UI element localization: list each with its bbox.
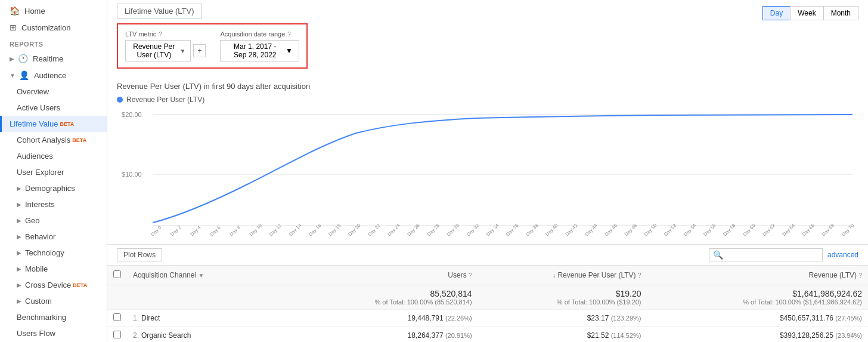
svg-text:Day 46: Day 46 — [604, 223, 619, 238]
cross-device-beta-badge: BETA — [73, 282, 87, 288]
table-row: 1.Direct 19,448,791 (22.26%) $23.17 (123… — [107, 310, 868, 327]
sidebar-item-active-users[interactable]: Active Users — [0, 100, 107, 116]
svg-text:Day 12: Day 12 — [268, 223, 283, 238]
svg-text:Day 62: Day 62 — [762, 223, 777, 238]
svg-text:Day 10: Day 10 — [249, 223, 264, 238]
svg-text:Day 26: Day 26 — [407, 223, 421, 238]
svg-text:Day 50: Day 50 — [643, 223, 658, 238]
row-2-revenue-per-user: $21.52 (114.52%) — [478, 327, 647, 343]
user-icon: 👤 — [19, 70, 29, 80]
sidebar-item-cross-device[interactable]: ▶ Cross Device BETA — [0, 277, 107, 293]
sidebar-item-behavior[interactable]: ▶ Behavior — [0, 229, 107, 245]
cohort-beta-badge: BETA — [72, 137, 86, 143]
svg-text:Day 64: Day 64 — [782, 223, 796, 238]
row-2-checkbox[interactable] — [113, 331, 121, 338]
svg-text:Day 4: Day 4 — [189, 224, 202, 237]
date-range-help-icon: ? — [287, 31, 291, 38]
sidebar-item-realtime[interactable]: ▶ 🕐 Realtime — [0, 50, 107, 67]
date-range-button[interactable]: Mar 1, 2017 - Sep 28, 2022 ▼ — [220, 40, 299, 61]
sidebar-item-audience[interactable]: ▼ 👤 Audience — [0, 67, 107, 84]
add-metric-button[interactable]: + — [193, 44, 206, 57]
home-icon: 🏠 — [10, 6, 20, 16]
search-box: 🔍 — [709, 248, 823, 261]
sidebar-item-benchmarking[interactable]: Benchmarking — [0, 309, 107, 325]
svg-text:Day 28: Day 28 — [426, 223, 441, 238]
revenue-help-icon: ? — [858, 272, 862, 279]
svg-text:Day 70: Day 70 — [841, 223, 855, 238]
sidebar-item-user-explorer[interactable]: User Explorer — [0, 164, 107, 180]
week-button[interactable]: Week — [790, 6, 823, 20]
row-2-revenue: $393,128,256.25 (23.94%) — [647, 327, 868, 343]
svg-text:Day 44: Day 44 — [584, 223, 599, 238]
advanced-link[interactable]: advanced — [827, 251, 858, 259]
svg-text:Day 48: Day 48 — [624, 223, 638, 238]
sidebar-cohort-label: Cohort Analysis — [17, 135, 70, 144]
svg-text:$20.00: $20.00 — [122, 111, 142, 118]
sidebar-item-custom[interactable]: ▶ Custom — [0, 293, 107, 309]
sidebar-mobile-label: Mobile — [25, 264, 48, 273]
sidebar-demographics-label: Demographics — [25, 184, 75, 193]
sidebar-item-users-flow[interactable]: Users Flow — [0, 325, 107, 341]
ltv-metric-dropdown[interactable]: Revenue Per User (LTV) ▼ — [125, 40, 191, 61]
sidebar-item-audiences[interactable]: Audiences — [0, 148, 107, 164]
date-range-label: Acquisition date range ? — [220, 30, 299, 38]
svg-text:Day 6: Day 6 — [209, 224, 222, 237]
sidebar-item-lifetime-value[interactable]: Lifetime Value BETA — [0, 116, 107, 132]
day-button[interactable]: Day — [762, 6, 790, 20]
svg-text:Day 58: Day 58 — [722, 223, 737, 238]
demographics-arrow: ▶ — [17, 185, 21, 192]
page-header: Lifetime Value (LTV) LTV metric ? Revenu… — [107, 0, 868, 77]
geo-arrow: ▶ — [17, 217, 21, 224]
sidebar-cross-device-label: Cross Device — [25, 281, 71, 289]
time-toggle-group: Day Week Month — [762, 6, 858, 20]
sidebar-item-technology[interactable]: ▶ Technology — [0, 245, 107, 261]
row-1-checkbox[interactable] — [113, 313, 121, 321]
svg-text:Day 42: Day 42 — [564, 223, 579, 238]
controls-bar: LTV metric ? Revenue Per User (LTV) ▼ + — [117, 23, 308, 69]
clock-icon: 🕐 — [18, 54, 28, 63]
col-header-revenue: Revenue (LTV) ? — [647, 266, 868, 285]
sidebar-customization-label: Customization — [21, 23, 70, 32]
grid-icon: ⊞ — [10, 23, 17, 32]
svg-text:Day 36: Day 36 — [505, 223, 520, 238]
sidebar-item-cohort-analysis[interactable]: Cohort Analysis BETA — [0, 132, 107, 148]
row-2-channel: 2.Organic Search — [127, 327, 294, 343]
sidebar-item-home[interactable]: 🏠 Home — [0, 2, 107, 19]
select-all-checkbox[interactable] — [113, 270, 121, 278]
sidebar-realtime-label: Realtime — [33, 54, 63, 63]
sidebar-item-interests[interactable]: ▶ Interests — [0, 196, 107, 212]
sidebar-item-customization[interactable]: ⊞ Customization — [0, 19, 107, 36]
search-icon: 🔍 — [713, 250, 723, 260]
sidebar-item-overview[interactable]: Overview — [0, 84, 107, 100]
month-button[interactable]: Month — [823, 6, 858, 20]
cross-device-arrow: ▶ — [17, 282, 21, 288]
plot-rows-button[interactable]: Plot Rows — [117, 248, 162, 261]
sidebar-behavior-label: Behavior — [25, 232, 55, 241]
row-1-users: 19,448,791 (22.26%) — [294, 310, 478, 327]
col-header-users: Users ? — [294, 266, 478, 285]
svg-text:Day 52: Day 52 — [663, 223, 678, 238]
sidebar-item-geo[interactable]: ▶ Geo — [0, 212, 107, 229]
ltv-metric-help-icon: ? — [159, 31, 162, 38]
table-row: 2.Organic Search 18,264,377 (20.91%) $21… — [107, 327, 868, 343]
svg-text:Day 38: Day 38 — [525, 223, 540, 238]
svg-text:Day 0: Day 0 — [150, 224, 163, 237]
ltv-metric-label: LTV metric ? — [125, 30, 206, 38]
date-caret: ▼ — [286, 47, 293, 55]
totals-channel-cell — [127, 285, 294, 310]
search-input[interactable] — [723, 251, 819, 259]
svg-text:Day 8: Day 8 — [229, 224, 242, 237]
svg-text:Day 22: Day 22 — [367, 223, 382, 238]
svg-text:Day 68: Day 68 — [821, 223, 836, 238]
svg-text:$10.00: $10.00 — [122, 171, 142, 178]
sidebar-item-mobile[interactable]: ▶ Mobile — [0, 261, 107, 277]
sidebar-benchmarking-label: Benchmarking — [17, 313, 66, 322]
main-content: Lifetime Value (LTV) LTV metric ? Revenu… — [107, 0, 868, 342]
sidebar-item-demographics[interactable]: ▶ Demographics — [0, 180, 107, 196]
sidebar-audience-label: Audience — [34, 71, 66, 80]
audience-arrow: ▼ — [10, 72, 16, 79]
sidebar-geo-label: Geo — [25, 216, 40, 225]
sort-down-icon: ↓ — [553, 272, 556, 279]
svg-text:Day 14: Day 14 — [288, 223, 303, 238]
ltv-metric-group: LTV metric ? Revenue Per User (LTV) ▼ + — [125, 30, 206, 61]
